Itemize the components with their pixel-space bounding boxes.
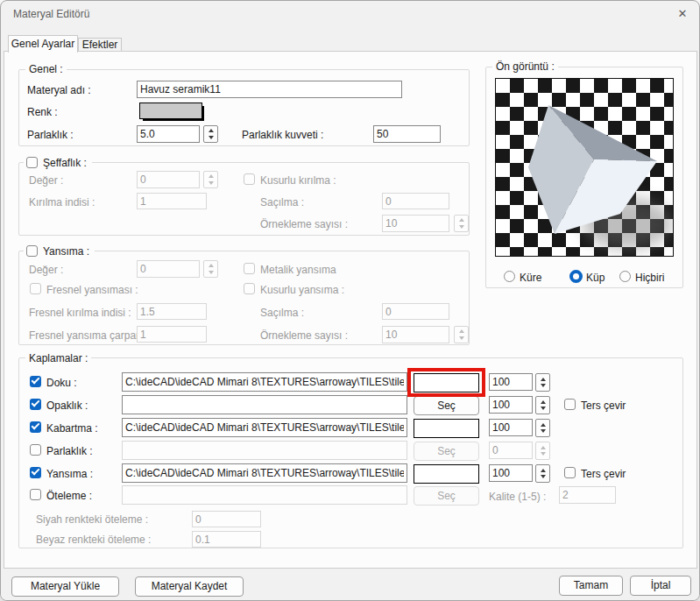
tamam-button[interactable]: Tamam — [559, 576, 623, 596]
annotation-highlight-box — [407, 368, 485, 397]
iptal-button[interactable]: İptal — [630, 576, 691, 596]
oteleme-sec-button[interactable]: Seç — [414, 486, 479, 506]
doku-path-input[interactable] — [122, 372, 407, 392]
radio-kure-label: Küre — [520, 272, 541, 284]
material-preview-cube — [496, 79, 674, 257]
close-icon[interactable]: ✕ — [672, 5, 693, 23]
kusurlu-kirilma-checkbox[interactable] — [244, 173, 255, 185]
seffaflik-deger-label: Değer : — [29, 174, 63, 187]
yansima-path-input[interactable] — [122, 463, 407, 483]
yansima-group-title: Yansıma : — [43, 245, 89, 258]
kabartma-value-spinner[interactable] — [535, 419, 550, 437]
kirilma-indisi-input[interactable] — [137, 193, 207, 209]
kabartma-path-input[interactable] — [122, 418, 407, 437]
parlaklik-label: Parlaklık : — [27, 129, 74, 141]
yansima-ters-cevir-label: Ters çevir — [581, 468, 626, 480]
yansima-ters-cevir-checkbox[interactable] — [564, 467, 576, 478]
kalite-input[interactable] — [559, 486, 616, 504]
yansima-texture-thumbnail-button[interactable] — [414, 464, 479, 484]
radio-hicbiri[interactable] — [619, 271, 631, 282]
kabartma-texture-thumbnail-button[interactable] — [414, 419, 479, 438]
oteleme-path-input[interactable] — [122, 485, 407, 505]
on-goruntu-group-title: Ön görüntü : — [492, 60, 558, 73]
yansima-deger-input[interactable] — [137, 260, 200, 278]
seffaflik-ornekleme-spinner[interactable] — [454, 215, 469, 232]
oteleme-label: Öteleme : — [46, 490, 92, 502]
opaklik-ters-cevir-checkbox[interactable] — [564, 399, 576, 410]
doku-value-spinner[interactable] — [535, 373, 550, 392]
beyaz-oteleme-input[interactable] — [192, 531, 261, 548]
renk-color-swatch[interactable] — [139, 103, 202, 119]
window-title: Materyal Editörü — [13, 8, 89, 20]
parlaklik-kaplamalar-checkbox[interactable] — [30, 444, 41, 456]
doku-checkbox[interactable] — [30, 376, 41, 387]
yansima-kaplamalar-checkbox[interactable] — [30, 467, 41, 478]
kusurlu-yansima-checkbox[interactable] — [244, 283, 255, 294]
kabartma-checkbox[interactable] — [30, 421, 41, 433]
fresnel-kirilma-label: Fresnel kırılma indisi : — [29, 307, 131, 319]
materyal-adi-label: Materyal adı : — [27, 84, 91, 96]
yansima-value-input[interactable] — [489, 464, 533, 482]
seffaflik-ornekleme-label: Örnekleme sayısı : — [260, 218, 348, 230]
yansima-deger-label: Değer : — [29, 264, 63, 276]
oteleme-checkbox[interactable] — [30, 489, 41, 500]
parlaklik-sec-button[interactable]: Seç — [414, 442, 479, 461]
seffaflik-group-title: Şeffaflık : — [43, 157, 87, 169]
seffaflik-ornekleme-input[interactable] — [382, 215, 449, 232]
materyal-yukle-button[interactable]: Materyal Yükle — [11, 576, 119, 597]
fresnel-carpan-input[interactable] — [137, 326, 207, 343]
parlaklik-value-spinner[interactable] — [535, 442, 550, 460]
opaklik-value-input[interactable] — [489, 396, 533, 414]
seffaflik-sacilma-input[interactable] — [382, 193, 449, 209]
yansima-deger-spinner[interactable] — [203, 260, 218, 278]
materyal-kaydet-button[interactable]: Materyal Kaydet — [135, 576, 244, 597]
radio-kup[interactable] — [569, 270, 583, 283]
yansima-kaplamalar-label: Yansıma : — [46, 468, 93, 480]
kusurlu-kirilma-label: Kusurlu kırılma : — [260, 174, 336, 187]
kusurlu-yansima-label: Kusurlu yansıma : — [260, 284, 344, 296]
siyah-oteleme-label: Siyah renkteki öteleme : — [36, 513, 148, 526]
kabartma-value-input[interactable] — [489, 419, 533, 436]
seffaflik-checkbox[interactable] — [26, 157, 38, 168]
kalite-label: Kalite (1-5) : — [489, 491, 546, 503]
fresnel-yansimasi-checkbox[interactable] — [30, 283, 41, 294]
kirilma-indisi-label: Kırılma indisi : — [29, 196, 95, 209]
yansima-value-spinner[interactable] — [535, 464, 550, 483]
parlaklik-spinner[interactable] — [203, 125, 218, 143]
parlaklik-kuvveti-input[interactable] — [373, 125, 441, 143]
kaplamalar-group-title: Kaplamalar : — [25, 352, 91, 364]
seffaflik-deger-input[interactable] — [137, 171, 200, 188]
metalik-yansima-label: Metalik yansıma — [260, 264, 336, 276]
yansima-ornekleme-spinner[interactable] — [454, 326, 469, 343]
opaklik-checkbox[interactable] — [30, 399, 41, 410]
doku-value-input[interactable] — [489, 373, 533, 391]
parlaklik-path-input[interactable] — [122, 441, 407, 460]
fresnel-carpan-label: Fresnel yansıma çarpanı : — [29, 329, 151, 342]
parlaklik-kaplamalar-label: Parlaklık : — [46, 445, 93, 457]
opaklik-sec-button[interactable]: Seç — [414, 396, 479, 415]
kabartma-label: Kabartma : — [46, 422, 98, 435]
metalik-yansima-checkbox[interactable] — [244, 263, 255, 274]
siyah-oteleme-input[interactable] — [192, 511, 261, 527]
yansima-group-header: Yansıma : — [24, 244, 95, 258]
materyal-adi-input[interactable] — [137, 81, 402, 98]
fresnel-yansimasi-label: Fresnel yansıması : — [46, 284, 138, 296]
radio-hicbiri-label: Hiçbiri — [635, 272, 664, 284]
opaklik-value-spinner[interactable] — [535, 396, 550, 414]
radio-kure[interactable] — [504, 271, 515, 282]
tab-efektler[interactable]: Efektler — [78, 38, 122, 51]
parlaklik-kuvveti-label: Parlaklık kuvveti : — [242, 129, 323, 141]
seffaflik-group-header: Şeffaflık : — [24, 156, 92, 169]
fresnel-kirilma-input[interactable] — [137, 303, 207, 320]
opaklik-path-input[interactable] — [122, 395, 407, 414]
parlaklik-input[interactable] — [137, 125, 200, 143]
yansima-sacilma-label: Saçılma : — [260, 307, 304, 319]
genel-group-title: Genel : — [25, 63, 67, 75]
materyal-editoru-dialog: Materyal Editörü ✕ Genel Ayarlar Efektle… — [0, 0, 700, 601]
tab-genel-ayarlar[interactable]: Genel Ayarlar — [8, 35, 78, 53]
yansima-checkbox[interactable] — [26, 245, 38, 257]
parlaklik-value-input[interactable] — [489, 442, 533, 459]
yansima-sacilma-input[interactable] — [382, 303, 449, 320]
seffaflik-deger-spinner[interactable] — [203, 171, 218, 188]
yansima-ornekleme-input[interactable] — [382, 326, 449, 343]
